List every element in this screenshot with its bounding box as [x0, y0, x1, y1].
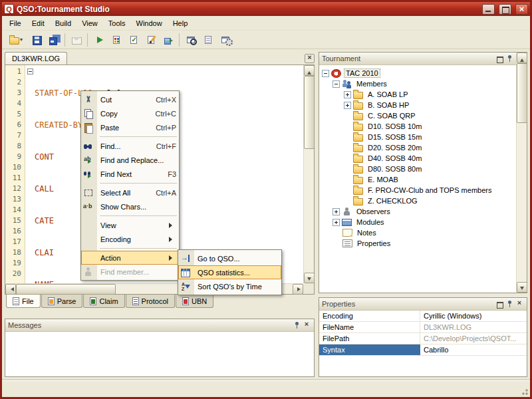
- menu-file[interactable]: File: [4, 17, 27, 30]
- expand-icon[interactable]: [332, 208, 340, 215]
- scrollbar-thumb[interactable]: [304, 76, 315, 149]
- close-button[interactable]: [515, 4, 528, 15]
- menu-item-find-next[interactable]: Find NextF3: [81, 167, 179, 181]
- menu-item-find[interactable]: Find...Ctrl+F: [81, 139, 179, 153]
- property-row-encoding[interactable]: EncodingCyrillic (Windows): [319, 311, 527, 322]
- menu-item-paste[interactable]: PasteCtrl+P: [81, 120, 179, 134]
- fold-margin: [26, 65, 35, 283]
- tab-file[interactable]: File: [6, 295, 41, 308]
- tree-item-soab-hp[interactable]: B. SOAB HP: [319, 100, 516, 110]
- deploy-button[interactable]: [160, 32, 176, 47]
- property-row-syntax[interactable]: SyntaxCabrillo: [319, 344, 527, 356]
- tab-protocol[interactable]: Protocol: [126, 295, 175, 308]
- menu-help[interactable]: Help: [168, 17, 194, 30]
- build-button[interactable]: [108, 32, 124, 47]
- pin-button[interactable]: [505, 300, 514, 309]
- run-button[interactable]: [90, 32, 107, 47]
- menu-edit[interactable]: Edit: [27, 17, 50, 30]
- menu-item-view[interactable]: View: [81, 218, 179, 232]
- property-row-filename[interactable]: FileNameDL3KWR.LOG: [319, 322, 527, 333]
- validate-button[interactable]: [125, 32, 142, 47]
- maximize-button[interactable]: [499, 4, 511, 15]
- title-bar[interactable]: Q QSO:Tournament Studio: [2, 2, 530, 16]
- pin-button[interactable]: [292, 321, 301, 330]
- tournament-panel-header[interactable]: Tournament: [319, 53, 527, 65]
- minimize-button[interactable]: [482, 4, 495, 15]
- scroll-down-icon[interactable]: [517, 282, 527, 293]
- document-close-button[interactable]: [305, 54, 315, 63]
- toolbar-separator: [179, 33, 180, 47]
- menu-item-copy[interactable]: CopyCtrl+C: [81, 106, 179, 120]
- tree-item-notes[interactable]: Notes: [319, 227, 516, 238]
- menu-item-select-all[interactable]: Select AllCtrl+A: [81, 186, 179, 200]
- tab-claim[interactable]: Claim: [83, 295, 124, 308]
- save-button[interactable]: [28, 32, 45, 47]
- panel-close-button[interactable]: [302, 321, 311, 330]
- tree-item-sosb-40m[interactable]: D40. SOSB 40m: [319, 153, 516, 164]
- folder-icon: [353, 145, 363, 152]
- resize-grip[interactable]: [520, 387, 529, 396]
- dock-position-button[interactable]: [495, 55, 504, 63]
- options-button[interactable]: [217, 32, 233, 47]
- menu-item-action[interactable]: Action: [81, 251, 179, 265]
- tab-parse[interactable]: Parse: [41, 295, 83, 308]
- tree-item-sosb-10m[interactable]: D10. SOSB 10m: [319, 121, 516, 132]
- tree-scrollbar[interactable]: [516, 53, 527, 293]
- submenu-item-sort-qsos[interactable]: Sort QSO's by Time: [178, 279, 281, 293]
- report-button[interactable]: [200, 32, 216, 47]
- tab-dl3kwr-log[interactable]: DL3KWR.LOG: [5, 52, 67, 65]
- menu-item-find-replace[interactable]: Find and Replace...: [81, 153, 179, 167]
- expand-icon[interactable]: [344, 91, 351, 98]
- find-in-files-button[interactable]: [182, 32, 199, 47]
- save-all-button[interactable]: [45, 32, 62, 47]
- menu-item-find-member[interactable]: Find member...: [81, 265, 179, 279]
- menu-tools[interactable]: Tools: [103, 17, 131, 30]
- tree-item-pro-cw-club[interactable]: F. PRO-CW-Club and TOPS members: [319, 185, 516, 196]
- property-row-filepath[interactable]: FilePathC:\Develop\Projects\QSOT...: [319, 333, 527, 344]
- tree-item-tac-2010[interactable]: TAC 2010: [319, 68, 516, 78]
- scroll-right-icon[interactable]: [293, 284, 303, 295]
- submenu-item-qso-statistics[interactable]: QSO statistics...: [178, 265, 281, 279]
- scroll-down-icon[interactable]: [304, 273, 315, 283]
- scroll-left-icon[interactable]: [5, 284, 16, 295]
- tree-item-soab-qrp[interactable]: C. SOAB QRP: [319, 110, 516, 121]
- tree-item-sosb-80m[interactable]: D80. SOSB 80m: [319, 164, 516, 174]
- collapse-icon[interactable]: [332, 80, 340, 88]
- properties-grid: EncodingCyrillic (Windows) FileNameDL3KW…: [319, 311, 527, 356]
- open-button[interactable]: ▾: [5, 32, 27, 47]
- menu-build[interactable]: Build: [50, 17, 76, 30]
- edit-log-button[interactable]: [142, 32, 159, 47]
- tree-item-modules[interactable]: Modules: [319, 217, 516, 227]
- tree-item-checklog[interactable]: Z. CHECKLOG: [319, 196, 516, 206]
- vertical-scrollbar[interactable]: [303, 65, 314, 283]
- menu-item-cut[interactable]: CutCtrl+X: [81, 92, 179, 106]
- scrollbar-thumb[interactable]: [517, 63, 527, 123]
- panel-close-button[interactable]: [515, 300, 524, 309]
- expand-icon[interactable]: [344, 102, 351, 109]
- menu-window[interactable]: Window: [131, 17, 168, 30]
- tab-ubn[interactable]: UBN: [176, 295, 213, 308]
- tree-item-sosb-20m[interactable]: D20. SOSB 20m: [319, 142, 516, 153]
- tree-item-sosb-15m[interactable]: D15. SOSB 15m: [319, 132, 516, 142]
- scroll-up-icon[interactable]: [517, 53, 527, 63]
- tree-item-properties[interactable]: Properties: [319, 238, 516, 249]
- scroll-up-icon[interactable]: [304, 65, 315, 76]
- fold-collapse-icon[interactable]: [27, 68, 33, 74]
- send-mail-button[interactable]: [68, 32, 84, 47]
- pin-button[interactable]: [505, 55, 514, 63]
- expand-icon[interactable]: [332, 219, 340, 226]
- dock-position-button[interactable]: [495, 300, 504, 309]
- messages-panel: Messages: [5, 319, 315, 377]
- menu-view[interactable]: View: [76, 17, 103, 30]
- scrollbar-thumb[interactable]: [16, 284, 116, 295]
- tree-item-observers[interactable]: Observers: [319, 206, 516, 217]
- properties-panel-header[interactable]: Properties: [319, 298, 527, 311]
- menu-item-encoding[interactable]: Encoding: [81, 232, 179, 246]
- messages-panel-header[interactable]: Messages: [5, 319, 314, 332]
- tree-item-members[interactable]: Members: [319, 78, 516, 89]
- tree-item-moab[interactable]: E. MOAB: [319, 174, 516, 185]
- submenu-item-go-to-qso[interactable]: Go to QSO...: [178, 251, 281, 265]
- menu-item-show-chars[interactable]: Show Chars...: [81, 200, 179, 213]
- tree-item-soab-lp[interactable]: A. SOAB LP: [319, 89, 516, 100]
- collapse-icon[interactable]: [322, 70, 329, 77]
